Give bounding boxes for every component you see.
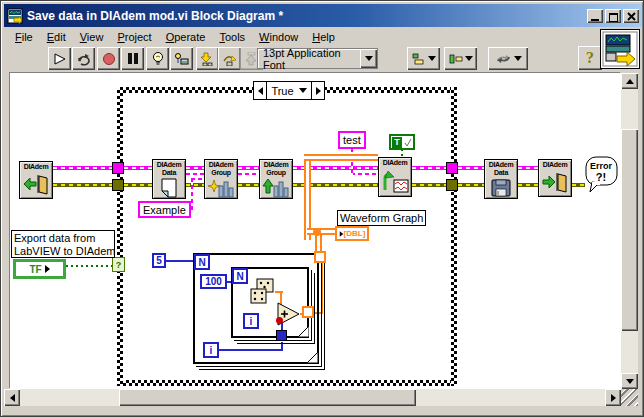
vertical-scroll-thumb[interactable]: [621, 129, 638, 331]
menu-window[interactable]: Window: [252, 30, 305, 44]
scroll-up-button[interactable]: [621, 73, 638, 89]
wire-diadem-ref: [186, 166, 204, 170]
labview-app-icon: [7, 8, 23, 24]
coercion-dot: [276, 317, 283, 324]
vertical-scrollbar[interactable]: [621, 73, 638, 389]
arrow-down-icon: [626, 379, 634, 384]
boolean-true-constant[interactable]: T: [389, 134, 415, 150]
node-label: DIAdem: [383, 159, 408, 166]
case-selector-label[interactable]: True: [267, 82, 311, 99]
menu-tools[interactable]: Tools: [212, 30, 252, 44]
wire-group-name: [191, 178, 204, 180]
label-text: Waveform Graph: [340, 212, 423, 224]
random-number-dice-icon[interactable]: [250, 278, 276, 306]
vi-icon[interactable]: [600, 29, 640, 69]
boolean-tf-control[interactable]: TF: [13, 259, 66, 279]
step-over-button[interactable]: [218, 47, 241, 70]
minimize-button[interactable]: [587, 9, 603, 23]
case-structure-border-right: [451, 87, 457, 386]
inner-count-constant[interactable]: 100: [200, 274, 227, 289]
scroll-left-button[interactable]: [4, 389, 20, 406]
distribute-objects-button[interactable]: [444, 47, 477, 70]
step-over-icon: [222, 52, 237, 66]
constant-text: test: [343, 134, 361, 146]
tunnel-autoindex-inner: [302, 306, 314, 318]
case-structure-border-bottom: [117, 380, 457, 386]
outer-loop-iteration-terminal[interactable]: i: [203, 342, 219, 358]
node-diadem-data-new[interactable]: DIAdemData: [152, 159, 186, 199]
pause-button[interactable]: [121, 47, 144, 70]
node-label: DIAdem: [543, 161, 568, 168]
case-next-button[interactable]: [311, 82, 324, 99]
set-group-icon: [260, 177, 292, 198]
resize-grip[interactable]: [621, 389, 638, 406]
help-button[interactable]: ?: [578, 46, 602, 70]
menu-edit[interactable]: Edit: [40, 30, 73, 44]
door-close-icon: [539, 169, 571, 196]
node-label: DIAdem: [24, 163, 49, 170]
comment-line: Export data from: [14, 232, 95, 244]
reorder-button[interactable]: [488, 47, 528, 70]
title-bar[interactable]: Save data in DIAdem mod.vi Block Diagram…: [4, 4, 642, 27]
arrow-up-icon: [626, 79, 634, 84]
wire-2d-array: [304, 154, 378, 161]
abort-icon: [102, 52, 116, 66]
horizontal-scroll-thumb[interactable]: [119, 389, 416, 406]
node-diadem-channels-save[interactable]: DIAdem: [378, 157, 412, 197]
close-button[interactable]: [623, 9, 639, 23]
channel-name-constant[interactable]: test: [338, 131, 366, 149]
menu-project[interactable]: Project: [110, 30, 158, 44]
outer-loop-count-terminal[interactable]: N: [194, 254, 210, 270]
block-diagram-canvas[interactable]: True: [10, 73, 621, 389]
loop-shadow: [196, 366, 322, 367]
count-label: N: [236, 271, 243, 282]
inner-loop-count-terminal[interactable]: N: [232, 268, 248, 284]
arrow-left-icon: [258, 87, 263, 95]
scroll-right-button[interactable]: [605, 389, 621, 406]
error-label: Error: [590, 161, 613, 171]
wire-diadem-ref: [518, 166, 538, 170]
constant-text: Example: [143, 204, 186, 216]
align-objects-button[interactable]: [407, 47, 440, 70]
step-into-button[interactable]: [196, 47, 219, 70]
font-selector-value: 13pt Application Font: [258, 47, 360, 71]
font-selector-dropdown[interactable]: [360, 49, 377, 68]
node-simple-error-handler[interactable]: Error ?!: [585, 156, 618, 196]
outer-count-constant[interactable]: 5: [152, 253, 166, 268]
iteration-label: i: [250, 316, 253, 327]
node-diadem-close[interactable]: DIAdem: [538, 159, 572, 197]
case-previous-button[interactable]: [254, 82, 267, 99]
step-into-icon: [200, 52, 215, 66]
node-diadem-open[interactable]: DIAdem: [19, 161, 53, 199]
scroll-down-button[interactable]: [621, 373, 638, 389]
menu-file[interactable]: File: [8, 30, 40, 44]
wire-channel-name: [351, 173, 378, 175]
wire-error-cluster: [412, 183, 446, 187]
node-label: Data: [494, 169, 508, 176]
help-icon: ?: [586, 49, 594, 67]
arrow-right-icon: [611, 394, 616, 402]
run-button[interactable]: [48, 47, 71, 70]
inner-loop-iteration-terminal[interactable]: i: [243, 313, 259, 329]
font-selector[interactable]: 13pt Application Font: [257, 48, 378, 69]
run-continuously-button[interactable]: [72, 47, 95, 70]
waveform-graph-terminal[interactable]: [DBL]: [335, 226, 369, 241]
maximize-button[interactable]: [605, 9, 621, 23]
node-diadem-data-save[interactable]: DIAdemData: [484, 159, 518, 199]
menu-help[interactable]: Help: [305, 30, 342, 44]
retain-wire-values-button[interactable]: [170, 47, 193, 70]
node-diadem-group-create[interactable]: DIAdemGroup: [204, 159, 238, 199]
question-icon: ?: [116, 260, 122, 270]
menu-operate[interactable]: Operate: [159, 30, 213, 44]
menu-view[interactable]: View: [73, 30, 111, 44]
case-selector-value: True: [271, 85, 293, 97]
true-label: T: [392, 137, 402, 148]
terminal-type-label: [DBL]: [344, 229, 366, 238]
horizontal-scrollbar[interactable]: [4, 389, 621, 406]
tunnel-error-right: [446, 179, 458, 191]
case-selector[interactable]: True: [253, 81, 325, 100]
group-name-constant[interactable]: Example: [138, 201, 191, 218]
node-diadem-group-set[interactable]: DIAdemGroup: [259, 159, 293, 199]
highlight-execution-button[interactable]: [146, 47, 169, 70]
abort-button[interactable]: [97, 47, 120, 70]
